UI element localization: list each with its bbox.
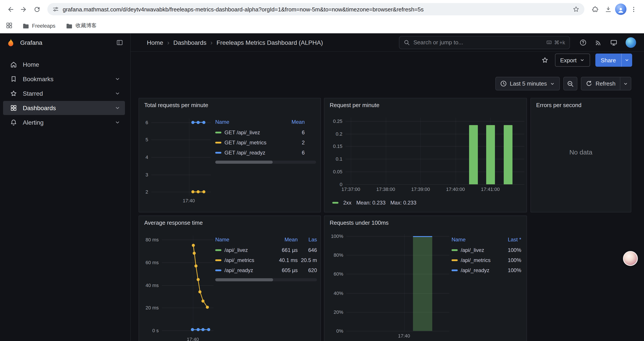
data-point [191,190,194,194]
bookmark-item[interactable]: 收藏博客 [64,21,98,30]
breadcrumb-item[interactable]: Home [147,39,163,46]
export-button[interactable]: Export [555,54,590,67]
breadcrumb-separator: › [167,39,170,46]
share-menu-chevron[interactable] [621,54,632,67]
gridline [351,118,351,184]
no-data-message: No data [531,148,631,156]
grafana-logo[interactable] [6,38,16,48]
refresh-button[interactable]: Refresh [581,77,620,90]
browser-menu-icon[interactable] [627,3,640,15]
average-response-time-chart[interactable]: 80 ms60 ms40 ms20 ms0 s17:40 [143,236,214,341]
search-input[interactable]: Search or jump to... ⌘+k [399,36,570,49]
series-swatch [215,249,222,251]
apps-grid-icon[interactable] [6,22,14,30]
bookmark-icon [10,76,17,83]
time-range-picker[interactable]: Last 5 minutes [496,77,560,90]
legend-row[interactable]: GET /api/_metrics2 [215,137,316,147]
breadcrumb: Home›Dashboards›Freeleaps Metrics Dashbo… [131,39,399,46]
x-tick-label: 17:40 [183,198,195,203]
series-swatch [215,259,222,261]
scrollbar-thumb[interactable] [215,278,273,281]
panel-title[interactable]: Average response time [144,219,203,226]
chevron-down-icon[interactable] [114,119,120,126]
requests-under-100ms-chart[interactable]: 100%80%60%40%20%0%17:40 [328,234,449,339]
chevron-down-icon[interactable] [114,105,120,111]
legend-row[interactable]: GET /api/_livez6 [215,127,316,137]
panel-title[interactable]: Request per minute [330,102,380,108]
legend-header-row: NameMean [215,117,316,127]
keyboard-icon [546,40,552,45]
y-tick-label: 20% [334,309,343,315]
legend-row[interactable]: /api/_metrics100% [452,255,521,265]
gridline [346,274,449,274]
time-controls: Last 5 minutes Refresh [496,77,631,90]
y-tick-label: 0 s [152,328,159,333]
browser-toolbar: grafana.mathmast.com/d/deytv4rwavabkb/fr… [0,0,644,19]
bookmarks-bar: Freeleaps收藏博客 [0,19,644,33]
legend-row[interactable]: /api/_livez100% [452,245,521,255]
panel-title[interactable]: Requests under 100ms [330,219,389,226]
bar [469,125,478,184]
sidebar-item-alerting[interactable]: Alerting [3,115,125,129]
dock-sidebar-icon[interactable] [115,38,124,47]
user-avatar[interactable] [626,37,636,48]
data-point [207,328,210,331]
chevron-down-icon[interactable] [114,76,120,82]
sidebar-item-bookmarks[interactable]: Bookmarks [3,72,125,86]
site-settings-icon[interactable] [52,6,59,13]
rss-icon[interactable] [595,39,602,46]
x-tick-label: 17:41:00 [481,187,500,192]
bookmark-item[interactable]: Freeleaps [20,21,57,30]
monitor-icon[interactable] [610,39,617,46]
share-button[interactable]: Share [596,54,621,67]
x-tick-label: 17:40:00 [446,187,465,192]
series-swatch [452,249,458,251]
refresh-interval-chevron[interactable] [620,77,631,90]
y-tick-label: 40% [334,290,343,295]
data-point [197,190,200,194]
help-icon[interactable] [580,39,586,46]
bookmark-star-icon[interactable] [572,6,580,13]
floating-avatar[interactable] [623,251,638,266]
panel-request-per-minute: Request per minute 0.250.20.150.10.05017… [324,98,527,212]
forward-icon[interactable] [18,3,30,15]
breadcrumb-separator: › [210,39,212,46]
total-requests-chart[interactable]: 6543217:40 [143,119,211,204]
back-icon[interactable] [4,3,17,15]
sidebar-item-starred[interactable]: Starred [3,87,125,101]
favorite-star-icon[interactable] [540,55,550,65]
breadcrumb-item[interactable]: Freeleaps Metrics Dashboard (ALPHA) [216,39,323,46]
url-bar[interactable]: grafana.mathmast.com/d/deytv4rwavabkb/fr… [47,3,584,15]
request-per-minute-chart[interactable]: 0.250.20.150.10.05017:37:0017:38:0017:39… [328,118,524,192]
legend-row[interactable]: /api/_readyz605 µs620 [215,265,317,275]
legend-scrollbar[interactable] [215,161,316,164]
y-tick-label: 0 [340,182,342,187]
data-point [202,328,205,331]
legend-row[interactable]: /api/_livez661 µs646 [215,245,317,255]
grafana-app: Grafana HomeBookmarksStarredDashboardsAl… [0,33,644,341]
panel-requests-under-100ms: Requests under 100ms 100%80%60%40%20%0%1… [324,215,527,341]
chevron-down-icon[interactable] [114,90,120,97]
legend[interactable]: 2xx Mean: 0.233 Max: 0.233 [332,200,416,206]
panel-title[interactable]: Total requests per minute [144,102,208,108]
browser-profile-avatar[interactable] [615,4,626,15]
zoom-out-icon[interactable] [564,77,578,90]
legend-header-row: NameMeanLas [215,234,317,245]
legend-row[interactable]: /api/_readyz100% [452,265,521,275]
sidebar-item-home[interactable]: Home [3,58,125,72]
breadcrumb-item[interactable]: Dashboards [174,39,206,46]
sidebar-item-dashboards[interactable]: Dashboards [3,101,125,115]
data-point [191,328,194,331]
extensions-icon[interactable] [589,3,601,15]
legend-max: Max: 0.233 [390,200,416,206]
legend-scrollbar[interactable] [215,278,317,281]
scrollbar-thumb[interactable] [215,161,273,164]
legend-table: NameLast */api/_livez100%/api/_metrics10… [452,234,521,275]
panel-title[interactable]: Errors per second [536,102,582,108]
legend-row[interactable]: /api/_metrics40.1 ms20.5 m [215,255,317,265]
reload-icon[interactable] [31,3,43,15]
legend-row[interactable]: GET /api/_readyz6 [215,147,316,158]
sidebar-item-label: Starred [23,90,43,97]
downloads-icon[interactable] [602,3,614,15]
search-icon [404,39,410,46]
